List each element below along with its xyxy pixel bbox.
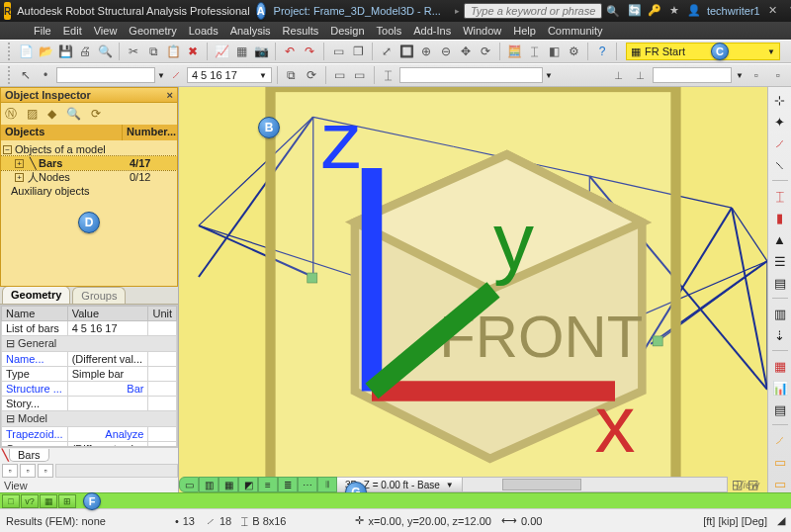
cut-icon[interactable]: ✂ bbox=[125, 43, 142, 60]
vp-tool-7[interactable]: ⋯ bbox=[298, 477, 317, 492]
tab-groups[interactable]: Groups bbox=[72, 287, 126, 304]
bar-sel-icon[interactable]: ⟋ bbox=[167, 66, 185, 84]
calc-params-icon[interactable]: 📊 bbox=[771, 379, 789, 397]
support-b-icon[interactable]: ⟂ bbox=[631, 66, 649, 84]
supports-icon[interactable]: ▲ bbox=[771, 230, 789, 248]
node-sel-icon[interactable]: • bbox=[37, 66, 54, 84]
pg-head-value[interactable]: Value bbox=[67, 307, 148, 321]
star-icon[interactable]: ★ bbox=[667, 4, 681, 18]
zoom-window-icon[interactable]: 🔲 bbox=[397, 43, 415, 60]
tool-y-icon[interactable]: ▫ bbox=[769, 66, 787, 84]
col-number[interactable]: Number... bbox=[123, 125, 177, 140]
bars-tab[interactable]: Bars bbox=[9, 449, 49, 462]
table-icon[interactable]: ▦ bbox=[232, 43, 250, 60]
menu-help[interactable]: Help bbox=[513, 25, 536, 37]
tab-geometry[interactable]: Geometry bbox=[2, 286, 70, 304]
vp-tool-4[interactable]: ◩ bbox=[238, 477, 258, 492]
bars-tool-2[interactable]: ▫ bbox=[20, 464, 36, 478]
tool-b-icon[interactable]: ⟳ bbox=[303, 66, 320, 84]
sync-icon[interactable]: 🔄 bbox=[628, 4, 642, 18]
vp-tool-3[interactable]: ▦ bbox=[219, 477, 238, 492]
help-search-input[interactable] bbox=[464, 3, 602, 19]
gtool-3[interactable]: ▦ bbox=[40, 494, 57, 508]
gtool-2[interactable]: v? bbox=[21, 494, 39, 508]
bars-tool-3[interactable]: ▫ bbox=[38, 464, 53, 478]
menu-geometry[interactable]: Geometry bbox=[129, 25, 176, 37]
tool-d-icon[interactable]: ▭ bbox=[351, 66, 369, 84]
vp-tool-8[interactable]: ⫴ bbox=[317, 477, 337, 492]
open-icon[interactable]: 📂 bbox=[37, 43, 54, 60]
steel-design-icon[interactable]: ⟋ bbox=[771, 431, 789, 449]
gtool-4[interactable]: ⊞ bbox=[58, 494, 76, 508]
menu-window[interactable]: Window bbox=[463, 25, 501, 37]
delete-icon[interactable]: ✖ bbox=[184, 43, 202, 60]
vp-corner-2[interactable]: ◲ bbox=[746, 478, 759, 491]
axes-icon[interactable]: ✦ bbox=[771, 113, 789, 131]
vp-tool-1[interactable]: ▭ bbox=[179, 477, 199, 492]
new-icon[interactable]: 📄 bbox=[17, 43, 35, 60]
materials-icon[interactable]: ▮ bbox=[771, 209, 789, 226]
pg-head-name[interactable]: Name bbox=[2, 307, 68, 321]
zoom-all-icon[interactable]: ⤢ bbox=[378, 43, 396, 60]
bars-tool-icon[interactable]: ⟍ bbox=[771, 156, 789, 174]
section-input[interactable] bbox=[399, 67, 543, 83]
section-icon[interactable]: ⌶ bbox=[525, 43, 543, 60]
filter-nodes-icon[interactable]: Ⓝ bbox=[5, 106, 17, 123]
tree-item-nodes[interactable]: +人 Nodes 0/12 bbox=[1, 170, 177, 184]
chart-icon[interactable]: 📈 bbox=[213, 43, 230, 60]
help-icon-tb[interactable]: ? bbox=[593, 43, 611, 60]
col-objects[interactable]: Objects bbox=[1, 125, 123, 140]
menu-community[interactable]: Community bbox=[548, 25, 603, 37]
search-dropdown-icon[interactable]: ▸ bbox=[455, 6, 460, 16]
menu-edit[interactable]: Edit bbox=[63, 25, 82, 37]
menu-file[interactable]: File bbox=[34, 25, 51, 37]
tool-a-icon[interactable]: ⧉ bbox=[283, 66, 301, 84]
analysis-param-icon[interactable]: ⚙ bbox=[565, 43, 582, 60]
refresh-icon[interactable]: ⟳ bbox=[91, 107, 101, 121]
gtool-1[interactable]: □ bbox=[2, 494, 20, 508]
calc-icon[interactable]: 🧮 bbox=[505, 43, 523, 60]
rotate-icon[interactable]: ⟳ bbox=[477, 43, 494, 60]
username[interactable]: techwriter1 bbox=[707, 5, 760, 17]
window-icon[interactable]: ❐ bbox=[349, 43, 367, 60]
vp-corner-1[interactable]: ◱ bbox=[730, 478, 744, 491]
tool-e-icon[interactable]: ⌶ bbox=[380, 66, 397, 84]
menu-analysis[interactable]: Analysis bbox=[230, 25, 271, 37]
menu-view[interactable]: View bbox=[94, 25, 118, 37]
copy-icon[interactable]: ⧉ bbox=[144, 43, 162, 60]
snap-icon[interactable]: ⊹ bbox=[771, 91, 789, 109]
bars-tool-1[interactable]: ▫ bbox=[2, 464, 18, 478]
signin-icon[interactable]: 👤 bbox=[687, 4, 701, 18]
status-grip-icon[interactable]: ◢ bbox=[777, 514, 785, 527]
pan-icon[interactable]: ✥ bbox=[457, 43, 475, 60]
tool-x-icon[interactable]: ▫ bbox=[747, 66, 765, 84]
timber-design-icon[interactable]: ▭ bbox=[771, 453, 789, 471]
viewport-3d[interactable]: FRONT z x y View ▭ ▥ ▦ ◩ ≡ ≣ ⋯ ⫴ bbox=[178, 87, 767, 492]
preview-icon[interactable]: 🔍 bbox=[96, 43, 114, 60]
tree-root[interactable]: −Objects of a model bbox=[1, 142, 177, 156]
menu-addins[interactable]: Add-Ins bbox=[413, 25, 451, 37]
pg-head-unit[interactable]: Unit bbox=[148, 307, 177, 321]
find-icon[interactable]: 🔍 bbox=[66, 107, 81, 121]
search-icon[interactable]: 🔍 bbox=[606, 5, 620, 18]
tool-c-icon[interactable]: ▭ bbox=[331, 66, 349, 84]
menu-results[interactable]: Results bbox=[283, 25, 319, 37]
sections-db-icon[interactable]: ⌶ bbox=[771, 187, 789, 205]
viewport-hscroll[interactable] bbox=[462, 477, 728, 492]
calc-run-icon[interactable]: ▦ bbox=[771, 357, 789, 375]
help-icon[interactable]: ? bbox=[786, 4, 791, 18]
close-cloud-icon[interactable]: ✕ bbox=[766, 4, 780, 18]
vp-tool-6[interactable]: ≣ bbox=[278, 477, 298, 492]
paste-icon[interactable]: 📋 bbox=[164, 43, 182, 60]
material-icon[interactable]: ◧ bbox=[545, 43, 563, 60]
tree-item-bars[interactable]: +╲ Bars 4/17 bbox=[1, 156, 177, 170]
redo-icon[interactable]: ↷ bbox=[301, 43, 318, 60]
rc-design-icon[interactable]: ▭ bbox=[771, 475, 789, 492]
menu-loads[interactable]: Loads bbox=[189, 25, 219, 37]
menu-design[interactable]: Design bbox=[330, 25, 364, 37]
load-types-icon[interactable]: ▥ bbox=[771, 305, 789, 322]
toolbar-grip[interactable] bbox=[8, 43, 13, 60]
load-def-icon[interactable]: ⇣ bbox=[771, 326, 789, 344]
undo-icon[interactable]: ↶ bbox=[281, 43, 299, 60]
layout-selector[interactable]: ▦ FR Start C ▼ bbox=[626, 43, 780, 60]
